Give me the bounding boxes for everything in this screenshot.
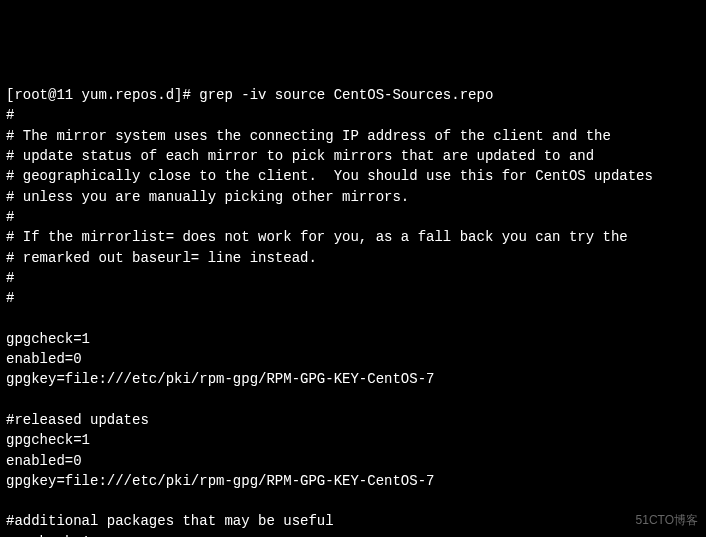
terminal-output[interactable]: [root@11 yum.repos.d]# grep -iv source C… (6, 85, 700, 537)
terminal-line: # update status of each mirror to pick m… (6, 146, 700, 166)
terminal-line: # unless you are manually picking other … (6, 187, 700, 207)
terminal-line: #released updates (6, 410, 700, 430)
terminal-line: #additional packages that may be useful (6, 511, 700, 531)
terminal-line: # (6, 207, 700, 227)
terminal-line: enabled=0 (6, 349, 700, 369)
terminal-line: enabled=0 (6, 451, 700, 471)
terminal-line: gpgcheck=1 (6, 430, 700, 450)
terminal-line: gpgkey=file:///etc/pki/rpm-gpg/RPM-GPG-K… (6, 369, 700, 389)
terminal-line: gpgcheck=1 (6, 532, 700, 537)
terminal-line: # The mirror system uses the connecting … (6, 126, 700, 146)
terminal-line (6, 390, 700, 410)
terminal-line: # (6, 288, 700, 308)
terminal-line (6, 308, 700, 328)
terminal-line: gpgkey=file:///etc/pki/rpm-gpg/RPM-GPG-K… (6, 471, 700, 491)
terminal-line: # remarked out baseurl= line instead. (6, 248, 700, 268)
terminal-line: # (6, 105, 700, 125)
terminal-line: gpgcheck=1 (6, 329, 700, 349)
terminal-line: # geographically close to the client. Yo… (6, 166, 700, 186)
terminal-line: # (6, 268, 700, 288)
watermark-label: 51CTO博客 (636, 512, 698, 529)
terminal-line: # If the mirrorlist= does not work for y… (6, 227, 700, 247)
terminal-line (6, 491, 700, 511)
terminal-line: [root@11 yum.repos.d]# grep -iv source C… (6, 85, 700, 105)
